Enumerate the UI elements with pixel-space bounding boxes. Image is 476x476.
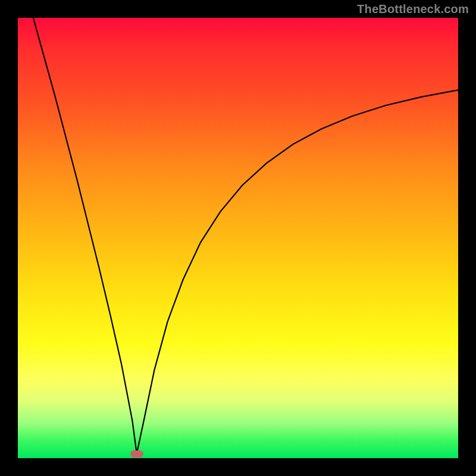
curve-right-branch [137,90,458,453]
bottleneck-curve [18,18,458,458]
chart-plot-area [18,18,458,458]
watermark-text: TheBottleneck.com [357,2,469,16]
chart-frame: TheBottleneck.com [0,0,476,476]
curve-left-branch [33,18,137,454]
optimum-marker [130,450,143,458]
